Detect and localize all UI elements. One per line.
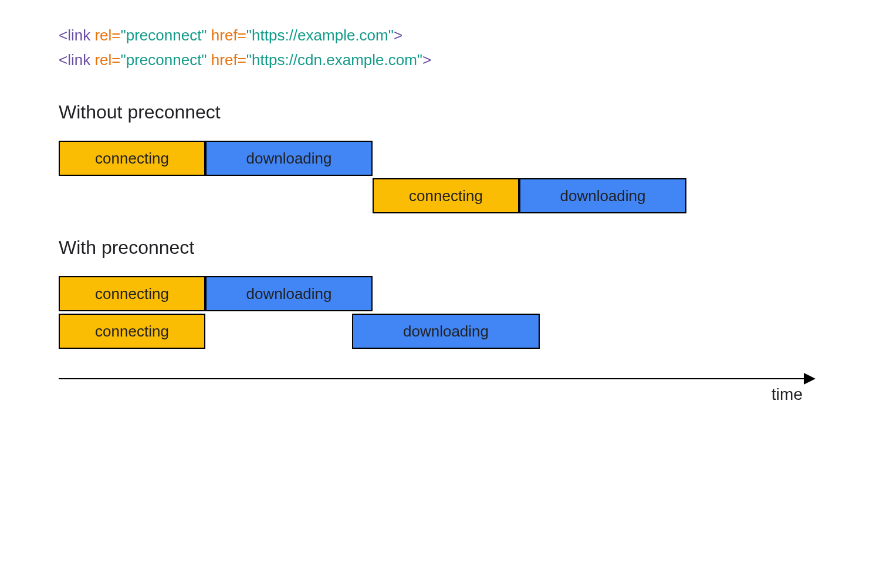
code-attr-rel: rel= [94, 51, 120, 69]
time-axis: time [59, 378, 814, 404]
code-tag-close: > [422, 51, 431, 69]
axis-line [59, 378, 814, 379]
code-line-2: <link rel="preconnect" href="https://cdn… [59, 48, 814, 73]
arrow-right-icon [804, 373, 816, 385]
code-tag-open: <link [59, 51, 94, 69]
timeline-row-without-2: connecting downloading [59, 178, 814, 213]
timeline-row-with-1: connecting downloading [59, 276, 814, 311]
code-line-1: <link rel="preconnect" href="https://exa… [59, 23, 814, 48]
code-tag-close: > [394, 26, 402, 44]
bar-downloading: downloading [352, 314, 540, 349]
axis-label: time [59, 385, 814, 404]
code-attr-href: href= [211, 26, 246, 44]
bar-connecting: connecting [373, 178, 519, 213]
code-tag-open: <link [59, 26, 94, 44]
bar-downloading: downloading [205, 141, 373, 176]
section-title-with: With preconnect [59, 237, 814, 259]
timeline-row-with-2: connecting downloading [59, 314, 814, 349]
code-attr-href: href= [211, 51, 246, 69]
bar-downloading: downloading [205, 276, 373, 311]
code-val-href: "https://cdn.example.com" [246, 51, 422, 69]
bar-gap [205, 314, 352, 349]
bar-offset [59, 178, 373, 213]
code-attr-rel: rel= [94, 26, 120, 44]
code-val-rel: "preconnect" [121, 26, 211, 44]
bar-connecting: connecting [59, 276, 205, 311]
bar-connecting: connecting [59, 141, 205, 176]
section-title-without: Without preconnect [59, 101, 814, 123]
code-block: <link rel="preconnect" href="https://exa… [59, 23, 814, 72]
code-val-href: "https://example.com" [246, 26, 394, 44]
code-val-rel: "preconnect" [121, 51, 211, 69]
bar-connecting: connecting [59, 314, 205, 349]
bar-downloading: downloading [519, 178, 686, 213]
timeline-row-without-1: connecting downloading [59, 141, 814, 176]
